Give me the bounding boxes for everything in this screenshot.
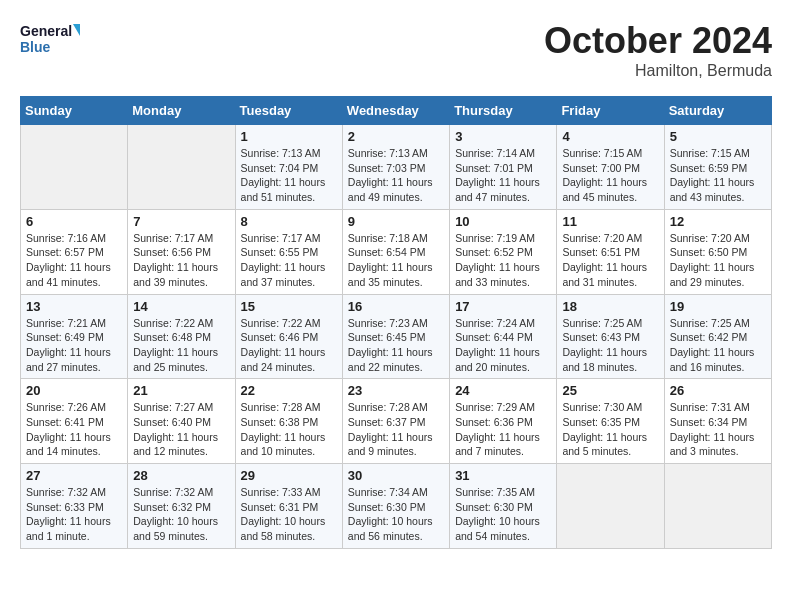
logo: General Blue xyxy=(20,20,80,58)
day-number: 11 xyxy=(562,214,658,229)
day-info: Sunrise: 7:13 AMSunset: 7:04 PMDaylight:… xyxy=(241,146,337,205)
day-number: 19 xyxy=(670,299,766,314)
day-info: Sunrise: 7:14 AMSunset: 7:01 PMDaylight:… xyxy=(455,146,551,205)
day-cell: 2Sunrise: 7:13 AMSunset: 7:03 PMDaylight… xyxy=(342,125,449,210)
day-number: 29 xyxy=(241,468,337,483)
month-title: October 2024 xyxy=(544,20,772,62)
location-subtitle: Hamilton, Bermuda xyxy=(544,62,772,80)
day-cell: 25Sunrise: 7:30 AMSunset: 6:35 PMDayligh… xyxy=(557,379,664,464)
day-cell: 13Sunrise: 7:21 AMSunset: 6:49 PMDayligh… xyxy=(21,294,128,379)
day-number: 21 xyxy=(133,383,229,398)
day-info: Sunrise: 7:15 AMSunset: 6:59 PMDaylight:… xyxy=(670,146,766,205)
svg-text:General: General xyxy=(20,23,72,39)
day-number: 28 xyxy=(133,468,229,483)
day-info: Sunrise: 7:23 AMSunset: 6:45 PMDaylight:… xyxy=(348,316,444,375)
svg-text:Blue: Blue xyxy=(20,39,51,55)
day-number: 14 xyxy=(133,299,229,314)
day-info: Sunrise: 7:26 AMSunset: 6:41 PMDaylight:… xyxy=(26,400,122,459)
day-number: 10 xyxy=(455,214,551,229)
day-cell: 1Sunrise: 7:13 AMSunset: 7:04 PMDaylight… xyxy=(235,125,342,210)
day-info: Sunrise: 7:27 AMSunset: 6:40 PMDaylight:… xyxy=(133,400,229,459)
day-cell: 4Sunrise: 7:15 AMSunset: 7:00 PMDaylight… xyxy=(557,125,664,210)
day-cell: 10Sunrise: 7:19 AMSunset: 6:52 PMDayligh… xyxy=(450,209,557,294)
page-header: General Blue October 2024 Hamilton, Berm… xyxy=(20,20,772,80)
day-cell: 12Sunrise: 7:20 AMSunset: 6:50 PMDayligh… xyxy=(664,209,771,294)
day-number: 7 xyxy=(133,214,229,229)
col-header-monday: Monday xyxy=(128,97,235,125)
day-number: 23 xyxy=(348,383,444,398)
day-cell: 11Sunrise: 7:20 AMSunset: 6:51 PMDayligh… xyxy=(557,209,664,294)
day-number: 12 xyxy=(670,214,766,229)
day-cell xyxy=(21,125,128,210)
day-info: Sunrise: 7:25 AMSunset: 6:42 PMDaylight:… xyxy=(670,316,766,375)
col-header-saturday: Saturday xyxy=(664,97,771,125)
day-cell: 23Sunrise: 7:28 AMSunset: 6:37 PMDayligh… xyxy=(342,379,449,464)
day-number: 31 xyxy=(455,468,551,483)
day-cell xyxy=(557,464,664,549)
day-info: Sunrise: 7:32 AMSunset: 6:33 PMDaylight:… xyxy=(26,485,122,544)
day-number: 26 xyxy=(670,383,766,398)
day-info: Sunrise: 7:34 AMSunset: 6:30 PMDaylight:… xyxy=(348,485,444,544)
week-row-3: 13Sunrise: 7:21 AMSunset: 6:49 PMDayligh… xyxy=(21,294,772,379)
day-cell: 31Sunrise: 7:35 AMSunset: 6:30 PMDayligh… xyxy=(450,464,557,549)
day-info: Sunrise: 7:19 AMSunset: 6:52 PMDaylight:… xyxy=(455,231,551,290)
day-number: 16 xyxy=(348,299,444,314)
day-cell xyxy=(664,464,771,549)
day-info: Sunrise: 7:18 AMSunset: 6:54 PMDaylight:… xyxy=(348,231,444,290)
day-number: 4 xyxy=(562,129,658,144)
day-number: 25 xyxy=(562,383,658,398)
day-cell: 28Sunrise: 7:32 AMSunset: 6:32 PMDayligh… xyxy=(128,464,235,549)
day-info: Sunrise: 7:17 AMSunset: 6:56 PMDaylight:… xyxy=(133,231,229,290)
day-number: 20 xyxy=(26,383,122,398)
col-header-tuesday: Tuesday xyxy=(235,97,342,125)
day-cell: 30Sunrise: 7:34 AMSunset: 6:30 PMDayligh… xyxy=(342,464,449,549)
day-info: Sunrise: 7:32 AMSunset: 6:32 PMDaylight:… xyxy=(133,485,229,544)
day-number: 6 xyxy=(26,214,122,229)
day-number: 18 xyxy=(562,299,658,314)
day-number: 17 xyxy=(455,299,551,314)
day-info: Sunrise: 7:24 AMSunset: 6:44 PMDaylight:… xyxy=(455,316,551,375)
day-cell: 19Sunrise: 7:25 AMSunset: 6:42 PMDayligh… xyxy=(664,294,771,379)
day-cell: 14Sunrise: 7:22 AMSunset: 6:48 PMDayligh… xyxy=(128,294,235,379)
day-cell: 27Sunrise: 7:32 AMSunset: 6:33 PMDayligh… xyxy=(21,464,128,549)
day-number: 30 xyxy=(348,468,444,483)
day-info: Sunrise: 7:20 AMSunset: 6:50 PMDaylight:… xyxy=(670,231,766,290)
week-row-4: 20Sunrise: 7:26 AMSunset: 6:41 PMDayligh… xyxy=(21,379,772,464)
day-cell: 26Sunrise: 7:31 AMSunset: 6:34 PMDayligh… xyxy=(664,379,771,464)
col-header-thursday: Thursday xyxy=(450,97,557,125)
col-header-wednesday: Wednesday xyxy=(342,97,449,125)
day-number: 15 xyxy=(241,299,337,314)
day-info: Sunrise: 7:30 AMSunset: 6:35 PMDaylight:… xyxy=(562,400,658,459)
day-info: Sunrise: 7:33 AMSunset: 6:31 PMDaylight:… xyxy=(241,485,337,544)
day-info: Sunrise: 7:20 AMSunset: 6:51 PMDaylight:… xyxy=(562,231,658,290)
day-info: Sunrise: 7:15 AMSunset: 7:00 PMDaylight:… xyxy=(562,146,658,205)
day-cell: 21Sunrise: 7:27 AMSunset: 6:40 PMDayligh… xyxy=(128,379,235,464)
day-info: Sunrise: 7:21 AMSunset: 6:49 PMDaylight:… xyxy=(26,316,122,375)
day-cell: 18Sunrise: 7:25 AMSunset: 6:43 PMDayligh… xyxy=(557,294,664,379)
day-cell: 24Sunrise: 7:29 AMSunset: 6:36 PMDayligh… xyxy=(450,379,557,464)
day-number: 2 xyxy=(348,129,444,144)
week-row-1: 1Sunrise: 7:13 AMSunset: 7:04 PMDaylight… xyxy=(21,125,772,210)
day-info: Sunrise: 7:22 AMSunset: 6:48 PMDaylight:… xyxy=(133,316,229,375)
day-cell: 22Sunrise: 7:28 AMSunset: 6:38 PMDayligh… xyxy=(235,379,342,464)
day-cell: 15Sunrise: 7:22 AMSunset: 6:46 PMDayligh… xyxy=(235,294,342,379)
day-cell: 9Sunrise: 7:18 AMSunset: 6:54 PMDaylight… xyxy=(342,209,449,294)
day-info: Sunrise: 7:13 AMSunset: 7:03 PMDaylight:… xyxy=(348,146,444,205)
day-cell: 20Sunrise: 7:26 AMSunset: 6:41 PMDayligh… xyxy=(21,379,128,464)
day-cell xyxy=(128,125,235,210)
day-info: Sunrise: 7:29 AMSunset: 6:36 PMDaylight:… xyxy=(455,400,551,459)
column-header-row: SundayMondayTuesdayWednesdayThursdayFrid… xyxy=(21,97,772,125)
day-number: 8 xyxy=(241,214,337,229)
day-info: Sunrise: 7:31 AMSunset: 6:34 PMDaylight:… xyxy=(670,400,766,459)
day-cell: 17Sunrise: 7:24 AMSunset: 6:44 PMDayligh… xyxy=(450,294,557,379)
day-info: Sunrise: 7:28 AMSunset: 6:38 PMDaylight:… xyxy=(241,400,337,459)
logo-svg: General Blue xyxy=(20,20,80,58)
day-info: Sunrise: 7:22 AMSunset: 6:46 PMDaylight:… xyxy=(241,316,337,375)
day-number: 13 xyxy=(26,299,122,314)
day-cell: 16Sunrise: 7:23 AMSunset: 6:45 PMDayligh… xyxy=(342,294,449,379)
day-info: Sunrise: 7:35 AMSunset: 6:30 PMDaylight:… xyxy=(455,485,551,544)
day-cell: 3Sunrise: 7:14 AMSunset: 7:01 PMDaylight… xyxy=(450,125,557,210)
day-number: 27 xyxy=(26,468,122,483)
day-number: 1 xyxy=(241,129,337,144)
day-number: 24 xyxy=(455,383,551,398)
